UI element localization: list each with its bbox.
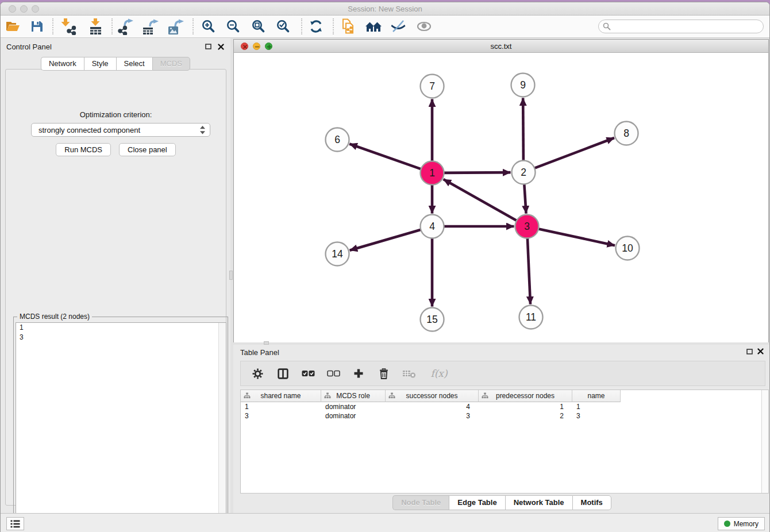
refresh-button[interactable] <box>303 16 329 37</box>
graph-edge-1-6[interactable] <box>349 144 422 169</box>
table-cell[interactable]: 1 <box>479 402 572 411</box>
graph-node-label: 2 <box>521 167 526 178</box>
function-builder-button[interactable]: f(x) <box>426 364 452 383</box>
tab-motifs[interactable]: Motifs <box>572 495 611 510</box>
float-panel-icon[interactable] <box>204 43 212 51</box>
close-panel-icon[interactable] <box>217 43 225 51</box>
tab-network[interactable]: Network <box>41 57 84 71</box>
optimization-criterion-select[interactable]: strongly connected component <box>31 123 210 137</box>
table-cell[interactable]: 3 <box>386 411 479 421</box>
tab-network-table[interactable]: Network Table <box>505 495 572 510</box>
zoom-in-button[interactable] <box>196 16 221 37</box>
graph-edge-2-9[interactable] <box>523 98 523 161</box>
graph-edge-3-11[interactable] <box>528 237 530 304</box>
import-table-button[interactable] <box>83 16 108 37</box>
table-row[interactable]: 3dominator323 <box>241 411 768 421</box>
hide-selected-button[interactable] <box>386 16 411 37</box>
zoom-selected-button[interactable] <box>271 16 296 37</box>
export-network-button[interactable] <box>113 16 138 37</box>
zoom-fit-button[interactable] <box>246 16 271 37</box>
network-graph[interactable]: 1234678910111415 <box>234 53 768 342</box>
column-header-successor-nodes[interactable]: successor nodes <box>386 390 479 402</box>
eye-slash-icon <box>391 20 406 33</box>
open-file-button[interactable] <box>0 16 25 37</box>
save-session-button[interactable] <box>24 16 49 37</box>
mcds-result-title: MCDS result (2 nodes) <box>17 313 92 321</box>
graph-edge-3-1[interactable] <box>444 179 518 221</box>
table-cell[interactable]: 3 <box>241 411 321 421</box>
splitter-grip[interactable] <box>229 271 233 280</box>
select-all-columns-button[interactable] <box>299 364 317 383</box>
table-row[interactable]: 1dominator411 <box>241 402 768 411</box>
table-cell[interactable]: 1 <box>572 402 621 411</box>
table-cell[interactable]: 3 <box>572 411 621 421</box>
column-header-MCDS-role[interactable]: MCDS role <box>321 390 386 402</box>
run-mcds-button[interactable]: Run MCDS <box>56 143 111 156</box>
table-cell[interactable]: 2 <box>479 411 572 421</box>
window-titlebar: Session: New Session <box>1 2 769 16</box>
close-panel-button[interactable]: Close panel <box>119 143 176 156</box>
column-header-name[interactable]: name <box>572 390 621 402</box>
zoom-in-icon <box>201 19 216 34</box>
close-panel-icon[interactable] <box>757 348 764 354</box>
result-scrollbar[interactable] <box>218 323 226 532</box>
control-panel-title: Control Panel <box>6 43 52 51</box>
status-bar: Memory <box>1 513 769 532</box>
graph-edge-2-8[interactable] <box>533 138 614 168</box>
eye-icon <box>416 21 432 32</box>
column-type-icon <box>482 392 488 399</box>
graph-edge-3-10[interactable] <box>537 229 615 245</box>
column-header-shared-name[interactable]: shared name <box>241 390 321 402</box>
mcds-result-item[interactable]: 1 <box>16 323 226 333</box>
memory-button[interactable]: Memory <box>718 517 765 530</box>
export-image-button[interactable] <box>163 16 188 37</box>
delete-table-icon <box>402 368 416 379</box>
tab-style[interactable]: Style <box>84 57 116 71</box>
table-cell[interactable]: 1 <box>241 402 321 411</box>
graph-edge-1-2[interactable] <box>442 172 510 173</box>
table-header-row: shared nameMCDS rolesuccessor nodesprede… <box>241 390 768 402</box>
deselect-all-columns-button[interactable] <box>325 364 342 383</box>
mcds-result-list[interactable]: 13 <box>16 322 226 532</box>
create-column-button[interactable] <box>350 364 367 383</box>
export-table-button[interactable] <box>138 16 163 37</box>
clone-network-button[interactable] <box>336 16 361 37</box>
search-box[interactable] <box>598 20 764 33</box>
task-history-button[interactable] <box>6 517 24 530</box>
search-input[interactable] <box>613 21 763 32</box>
first-neighbors-button[interactable] <box>361 16 386 37</box>
delete-columns-button[interactable] <box>375 364 392 383</box>
optimization-criterion-label: Optimization criterion: <box>6 110 226 119</box>
main-toolbar <box>1 16 769 38</box>
network-window-titlebar: scc.txt <box>234 40 768 53</box>
table-cell[interactable]: dominator <box>321 402 386 411</box>
table-cell[interactable]: 4 <box>386 402 479 411</box>
content-area: Control Panel NetworkStyleSelectMCDS Opt… <box>1 38 770 513</box>
graph-edge-2-3[interactable] <box>524 183 526 213</box>
settings-button[interactable] <box>249 364 266 383</box>
zoom-out-button[interactable] <box>221 16 246 37</box>
tab-mcds[interactable]: MCDS <box>152 57 190 71</box>
tab-select[interactable]: Select <box>116 57 152 71</box>
toolbar-separator <box>333 18 334 34</box>
table-cell[interactable]: dominator <box>321 411 386 421</box>
import-network-button[interactable] <box>55 16 80 37</box>
show-all-button[interactable] <box>411 16 437 37</box>
clone-document-icon <box>341 18 356 34</box>
table-scrollbar[interactable] <box>761 390 768 493</box>
network-canvas[interactable]: 1234678910111415 <box>234 53 768 342</box>
toolbar-separator <box>111 18 113 34</box>
delete-table-button[interactable] <box>401 364 418 383</box>
node-table[interactable]: shared nameMCDS rolesuccessor nodesprede… <box>240 390 769 494</box>
graph-edge-4-14[interactable] <box>350 229 422 250</box>
split-view-button[interactable] <box>274 364 291 383</box>
float-panel-icon[interactable] <box>746 349 753 354</box>
search-icon <box>603 22 611 30</box>
graph-node-label: 15 <box>426 314 437 325</box>
plus-icon <box>353 368 364 379</box>
column-header-predecessor-nodes[interactable]: predecessor nodes <box>479 390 572 402</box>
tab-node-table[interactable]: Node Table <box>392 495 449 510</box>
tab-edge-table[interactable]: Edge Table <box>449 495 505 510</box>
mcds-result-item[interactable]: 3 <box>16 333 226 342</box>
mcds-tab-content: Optimization criterion: strongly connect… <box>5 69 226 506</box>
